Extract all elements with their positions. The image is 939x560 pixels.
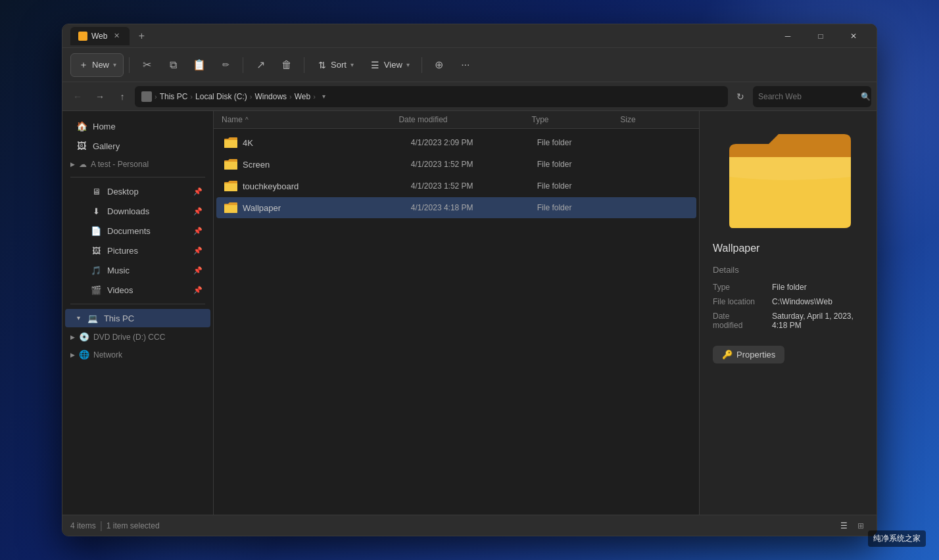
sidebar-item-music[interactable]: 🎵 Music 📌 [65,261,210,279]
cut-button[interactable]: ✂ [135,53,158,77]
videos-icon: 🎬 [90,284,102,296]
col-header-type[interactable]: Type [532,115,621,124]
sidebar-item-documents[interactable]: 📄 Documents 📌 [65,222,210,240]
new-button[interactable]: ＋ New ▾ [70,53,124,77]
up-button[interactable]: ↑ [112,87,132,106]
breadcrumb-web[interactable]: Web [295,92,310,101]
sidebar-divider-2 [70,304,205,304]
sidebar-item-home[interactable]: 🏠 Home [65,117,210,135]
file-explorer-window: Web ✕ + ─ □ ✕ ＋ New ▾ ✂ ⧉ 📋 ✏ ↗ 🗑 ⇅ Sort… [62,24,877,536]
preview-panel: Wallpaper Details Type File folder File … [699,111,877,515]
new-dropdown-arrow: ▾ [113,61,116,68]
file-row-touchkeyboard[interactable]: touchkeyboard 4/1/2023 1:52 PM File fold… [216,175,696,197]
sidebar-item-a-test[interactable]: ▶ ☁ A test - Personal [65,157,210,172]
preview-date-key: Datemodified [713,312,772,330]
pictures-icon: 🖼 [90,245,102,256]
maximize-button[interactable]: □ [806,26,836,46]
grid-view-button[interactable]: ⊞ [853,518,869,534]
file-name-screen: Screen [243,160,411,170]
sort-button[interactable]: ⇅ Sort ▾ [310,53,360,77]
view-toggle: ☰ ⊞ [836,518,869,534]
sidebar-item-desktop[interactable]: 🖥 Desktop 📌 [65,182,210,200]
file-name-4k: 4K [243,138,411,148]
active-tab[interactable]: Web ✕ [70,27,130,45]
col-header-size[interactable]: Size [620,115,691,124]
new-tab-button[interactable]: + [132,27,151,45]
col-header-name[interactable]: Name ^ [222,115,398,124]
preview-details-title: Details [713,265,739,275]
sidebar-item-gallery[interactable]: 🖼 Gallery [65,137,210,155]
main-content: 🏠 Home 🖼 Gallery ▶ ☁ A test - Personal 🖥… [62,111,877,515]
breadcrumb-sep-4: › [313,93,316,101]
properties-button[interactable]: 🔑 Properties [713,346,784,363]
more-options-button[interactable]: ··· [454,53,477,77]
dvd-icon: 💿 [79,332,89,342]
preview-name: Wallpaper [713,243,759,254]
this-pc-arrow-icon: ▼ [76,315,82,321]
minimize-button[interactable]: ─ [773,26,803,46]
sidebar-item-downloads[interactable]: ⬇ Downloads 📌 [65,202,210,220]
preview-type-key: Type [713,283,772,292]
network-arrow-icon: ▶ [70,352,75,358]
breadcrumb-dropdown-btn[interactable]: ▾ [318,91,330,103]
sidebar-item-this-pc[interactable]: ▼ 💻 This PC [65,309,210,327]
desktop-pin-icon: 📌 [193,187,203,196]
videos-pin-icon: 📌 [193,286,203,294]
refresh-button[interactable]: ↻ [731,87,750,106]
close-button[interactable]: ✕ [838,26,869,46]
toolbar: ＋ New ▾ ✂ ⧉ 📋 ✏ ↗ 🗑 ⇅ Sort ▾ ☰ View ▾ ⊕ … [62,48,877,82]
cloud-icon: ☁ [79,160,87,169]
new-icon: ＋ [78,59,89,71]
view-dropdown-arrow: ▾ [406,61,410,68]
toolbar-divider-1 [129,57,130,73]
status-sep-1: | [100,520,103,532]
tab-area: Web ✕ + [70,27,773,45]
search-input[interactable] [758,92,857,101]
file-row-wallpaper[interactable]: Wallpaper 4/1/2023 4:18 PM File folder [216,197,696,218]
toolbar-divider-3 [304,57,304,73]
preview-folder-icon [723,124,854,229]
file-list: 4K 4/1/2023 2:09 PM File folder Screen 4… [214,129,699,515]
address-bar: ← → ↑ › This PC › Local Disk (C:) › Wind… [62,82,877,111]
tab-close-button[interactable]: ✕ [111,31,122,41]
paste-button[interactable]: 📋 [187,53,211,77]
breadcrumb-folder-icon [141,91,152,102]
delete-button[interactable]: 🗑 [275,53,299,77]
sidebar-item-network[interactable]: ▶ 🌐 Network [65,347,210,362]
selected-text: 1 item selected [107,521,160,530]
breadcrumb-local-disk[interactable]: Local Disk (C:) [195,92,247,101]
sidebar-divider-1 [70,177,205,177]
search-icon: 🔍 [861,92,871,101]
breadcrumb-bar[interactable]: › This PC › Local Disk (C:) › Windows › … [135,86,728,107]
rename-button[interactable]: ✏ [214,53,237,77]
sidebar-item-dvd[interactable]: ▶ 💿 DVD Drive (D:) CCC [65,329,210,344]
breadcrumb-this-pc[interactable]: This PC [160,92,188,101]
sidebar-item-pictures[interactable]: 🖼 Pictures 📌 [65,241,210,260]
forward-button[interactable]: → [90,87,110,106]
col-header-date[interactable]: Date modified [398,115,531,124]
list-view-button[interactable]: ☰ [836,518,852,534]
sort-icon: ⇅ [316,59,328,71]
downloads-icon: ⬇ [90,205,102,217]
preview-detail-date: Datemodified Saturday, April 1, 2023, 4:… [713,312,863,330]
file-row-4k[interactable]: 4K 4/1/2023 2:09 PM File folder [216,132,696,153]
copy-button[interactable]: ⧉ [161,53,185,77]
breadcrumb-windows[interactable]: Windows [254,92,287,101]
back-button[interactable]: ← [68,87,87,106]
file-type-4k: File folder [537,138,621,147]
pictures-pin-icon: 📌 [193,246,203,255]
sort-dropdown-arrow: ▾ [350,61,354,68]
view-button[interactable]: ☰ View ▾ [363,53,416,77]
file-row-screen[interactable]: Screen 4/1/2023 1:52 PM File folder [216,154,696,175]
share-button[interactable]: ↗ [249,53,272,77]
toolbar-divider-4 [421,57,422,73]
breadcrumb-sep-2: › [250,93,253,101]
sidebar-item-videos[interactable]: 🎬 Videos 📌 [65,281,210,299]
this-pc-icon: 💻 [87,312,99,324]
share2-button[interactable]: ⊕ [427,53,451,77]
documents-icon: 📄 [90,225,102,237]
gallery-icon: 🖼 [76,140,87,152]
preview-date-val: Saturday, April 1, 2023, 4:18 PM [772,312,863,330]
title-bar: Web ✕ + ─ □ ✕ [62,24,877,48]
preview-location-val: C:\Windows\Web [772,297,863,306]
